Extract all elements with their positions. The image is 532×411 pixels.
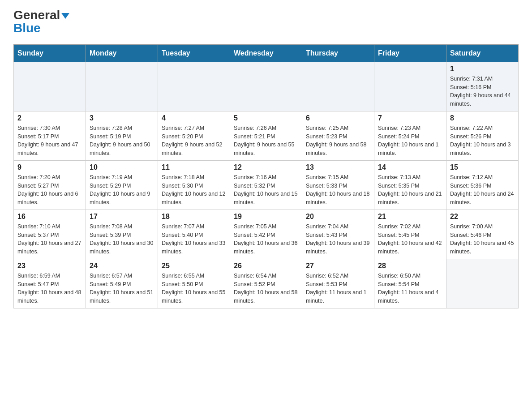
calendar-day-cell: 23Sunrise: 6:59 AMSunset: 5:47 PMDayligh… xyxy=(14,259,86,308)
day-info: Sunrise: 7:00 AMSunset: 5:46 PMDaylight:… xyxy=(450,223,515,256)
day-number: 21 xyxy=(378,213,442,221)
day-number: 17 xyxy=(90,213,154,221)
day-info: Sunrise: 7:28 AMSunset: 5:19 PMDaylight:… xyxy=(90,124,154,158)
day-info: Sunrise: 7:31 AMSunset: 5:16 PMDaylight:… xyxy=(450,75,515,108)
day-number: 7 xyxy=(378,114,442,122)
day-info: Sunrise: 7:20 AMSunset: 5:27 PMDaylight:… xyxy=(17,173,82,207)
day-number: 24 xyxy=(90,262,154,270)
day-info: Sunrise: 7:10 AMSunset: 5:37 PMDaylight:… xyxy=(17,223,82,256)
calendar-day-cell: 12Sunrise: 7:16 AMSunset: 5:32 PMDayligh… xyxy=(230,160,302,210)
day-number: 19 xyxy=(234,213,298,221)
calendar-day-cell: 3Sunrise: 7:28 AMSunset: 5:19 PMDaylight… xyxy=(86,111,158,160)
day-info: Sunrise: 7:27 AMSunset: 5:20 PMDaylight:… xyxy=(162,124,226,158)
calendar-week-row: 9Sunrise: 7:20 AMSunset: 5:27 PMDaylight… xyxy=(14,160,519,210)
calendar-day-cell xyxy=(446,259,519,308)
calendar-day-cell: 25Sunrise: 6:55 AMSunset: 5:50 PMDayligh… xyxy=(158,259,230,308)
day-number: 3 xyxy=(90,114,154,122)
day-info: Sunrise: 7:19 AMSunset: 5:29 PMDaylight:… xyxy=(90,173,154,207)
calendar-day-cell xyxy=(230,62,302,111)
day-info: Sunrise: 7:08 AMSunset: 5:39 PMDaylight:… xyxy=(90,223,154,256)
day-number: 15 xyxy=(450,163,515,171)
calendar-day-cell: 16Sunrise: 7:10 AMSunset: 5:37 PMDayligh… xyxy=(14,210,86,259)
page-header: General Blue xyxy=(13,9,519,35)
calendar-day-cell: 1Sunrise: 7:31 AMSunset: 5:16 PMDaylight… xyxy=(446,62,519,111)
day-info: Sunrise: 6:52 AMSunset: 5:53 PMDaylight:… xyxy=(306,272,370,305)
calendar-week-row: 16Sunrise: 7:10 AMSunset: 5:37 PMDayligh… xyxy=(14,210,519,259)
calendar-day-cell xyxy=(158,62,230,111)
day-number: 23 xyxy=(17,262,82,270)
day-info: Sunrise: 7:25 AMSunset: 5:23 PMDaylight:… xyxy=(306,124,370,158)
day-info: Sunrise: 7:26 AMSunset: 5:21 PMDaylight:… xyxy=(234,124,298,158)
calendar-day-cell: 22Sunrise: 7:00 AMSunset: 5:46 PMDayligh… xyxy=(446,210,519,259)
day-info: Sunrise: 7:15 AMSunset: 5:33 PMDaylight:… xyxy=(306,173,370,207)
logo-name: General xyxy=(13,9,69,21)
calendar-day-cell xyxy=(302,62,374,111)
day-number: 20 xyxy=(306,213,370,221)
day-info: Sunrise: 6:57 AMSunset: 5:49 PMDaylight:… xyxy=(90,272,154,305)
day-number: 4 xyxy=(162,114,226,122)
calendar-day-cell: 2Sunrise: 7:30 AMSunset: 5:17 PMDaylight… xyxy=(14,111,86,160)
day-info: Sunrise: 7:13 AMSunset: 5:35 PMDaylight:… xyxy=(378,173,442,207)
day-info: Sunrise: 6:59 AMSunset: 5:47 PMDaylight:… xyxy=(17,272,82,305)
day-info: Sunrise: 7:22 AMSunset: 5:26 PMDaylight:… xyxy=(450,124,515,158)
day-info: Sunrise: 7:07 AMSunset: 5:40 PMDaylight:… xyxy=(162,223,226,256)
day-number: 9 xyxy=(17,163,82,171)
calendar-day-cell: 8Sunrise: 7:22 AMSunset: 5:26 PMDaylight… xyxy=(446,111,519,160)
day-info: Sunrise: 7:30 AMSunset: 5:17 PMDaylight:… xyxy=(17,124,82,158)
day-number: 2 xyxy=(17,114,82,122)
day-number: 16 xyxy=(17,213,82,221)
calendar-day-cell: 21Sunrise: 7:02 AMSunset: 5:45 PMDayligh… xyxy=(374,210,446,259)
day-of-week-header: Monday xyxy=(86,44,158,62)
day-of-week-header: Sunday xyxy=(14,44,86,62)
day-info: Sunrise: 7:18 AMSunset: 5:30 PMDaylight:… xyxy=(162,173,226,207)
day-number: 12 xyxy=(234,163,298,171)
day-number: 26 xyxy=(234,262,298,270)
calendar-day-cell xyxy=(374,62,446,111)
day-info: Sunrise: 6:50 AMSunset: 5:54 PMDaylight:… xyxy=(378,272,442,305)
day-of-week-header: Thursday xyxy=(302,44,374,62)
day-info: Sunrise: 7:05 AMSunset: 5:42 PMDaylight:… xyxy=(234,223,298,256)
day-number: 27 xyxy=(306,262,370,270)
calendar-day-cell: 15Sunrise: 7:12 AMSunset: 5:36 PMDayligh… xyxy=(446,160,519,210)
day-info: Sunrise: 6:54 AMSunset: 5:52 PMDaylight:… xyxy=(234,272,298,305)
calendar-day-cell: 17Sunrise: 7:08 AMSunset: 5:39 PMDayligh… xyxy=(86,210,158,259)
calendar-day-cell: 19Sunrise: 7:05 AMSunset: 5:42 PMDayligh… xyxy=(230,210,302,259)
day-info: Sunrise: 6:55 AMSunset: 5:50 PMDaylight:… xyxy=(162,272,226,305)
day-number: 14 xyxy=(378,163,442,171)
day-number: 1 xyxy=(450,65,515,73)
day-number: 13 xyxy=(306,163,370,171)
calendar-week-row: 1Sunrise: 7:31 AMSunset: 5:16 PMDaylight… xyxy=(14,62,519,111)
calendar-week-row: 23Sunrise: 6:59 AMSunset: 5:47 PMDayligh… xyxy=(14,259,519,308)
day-of-week-header: Saturday xyxy=(446,44,519,62)
calendar-day-cell: 18Sunrise: 7:07 AMSunset: 5:40 PMDayligh… xyxy=(158,210,230,259)
calendar-week-row: 2Sunrise: 7:30 AMSunset: 5:17 PMDaylight… xyxy=(14,111,519,160)
calendar-day-cell: 27Sunrise: 6:52 AMSunset: 5:53 PMDayligh… xyxy=(302,259,374,308)
calendar-day-cell: 6Sunrise: 7:25 AMSunset: 5:23 PMDaylight… xyxy=(302,111,374,160)
calendar-table: SundayMondayTuesdayWednesdayThursdayFrid… xyxy=(13,44,519,308)
day-number: 11 xyxy=(162,163,226,171)
day-number: 6 xyxy=(306,114,370,122)
day-info: Sunrise: 7:04 AMSunset: 5:43 PMDaylight:… xyxy=(306,223,370,256)
calendar-day-cell xyxy=(86,62,158,111)
day-number: 25 xyxy=(162,262,226,270)
day-info: Sunrise: 7:02 AMSunset: 5:45 PMDaylight:… xyxy=(378,223,442,256)
day-number: 22 xyxy=(450,213,515,221)
calendar-day-cell: 26Sunrise: 6:54 AMSunset: 5:52 PMDayligh… xyxy=(230,259,302,308)
calendar-day-cell: 24Sunrise: 6:57 AMSunset: 5:49 PMDayligh… xyxy=(86,259,158,308)
calendar-day-cell: 4Sunrise: 7:27 AMSunset: 5:20 PMDaylight… xyxy=(158,111,230,160)
calendar-day-cell: 5Sunrise: 7:26 AMSunset: 5:21 PMDaylight… xyxy=(230,111,302,160)
calendar-day-cell: 28Sunrise: 6:50 AMSunset: 5:54 PMDayligh… xyxy=(374,259,446,308)
calendar-day-cell: 9Sunrise: 7:20 AMSunset: 5:27 PMDaylight… xyxy=(14,160,86,210)
day-number: 10 xyxy=(90,163,154,171)
day-of-week-header: Tuesday xyxy=(158,44,230,62)
calendar-day-cell: 20Sunrise: 7:04 AMSunset: 5:43 PMDayligh… xyxy=(302,210,374,259)
calendar-header-row: SundayMondayTuesdayWednesdayThursdayFrid… xyxy=(14,44,519,62)
logo-blue: Blue xyxy=(13,21,41,35)
day-number: 18 xyxy=(162,213,226,221)
logo: General Blue xyxy=(13,9,69,35)
day-info: Sunrise: 7:12 AMSunset: 5:36 PMDaylight:… xyxy=(450,173,515,207)
calendar-day-cell xyxy=(14,62,86,111)
day-of-week-header: Wednesday xyxy=(230,44,302,62)
day-number: 8 xyxy=(450,114,515,122)
calendar-day-cell: 14Sunrise: 7:13 AMSunset: 5:35 PMDayligh… xyxy=(374,160,446,210)
